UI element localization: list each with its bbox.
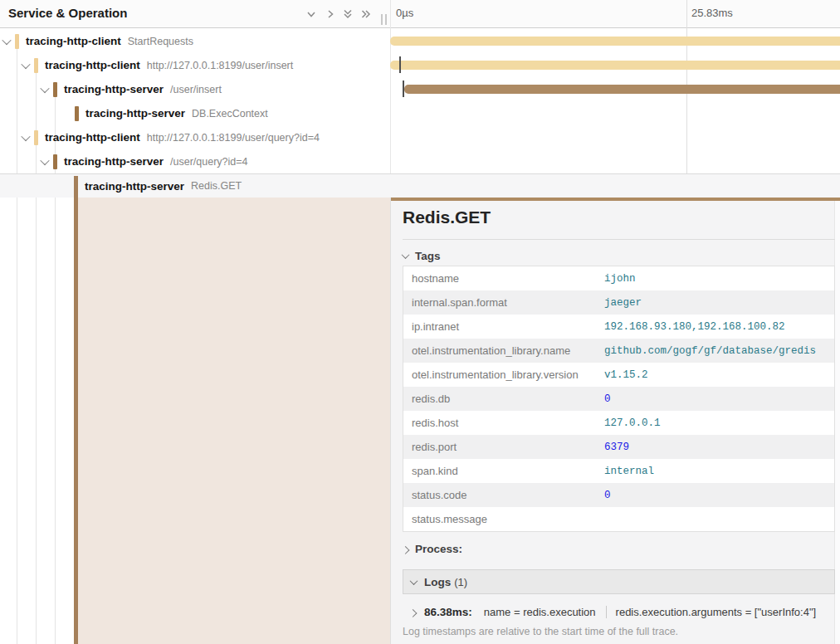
tag-key: redis.host xyxy=(403,417,604,429)
tag-value: github.com/gogf/gf/database/gredis xyxy=(604,345,816,357)
expand-one-icon[interactable] xyxy=(325,8,336,20)
scrollbar-gutter[interactable] xyxy=(834,201,840,644)
tag-row: redis.db 0 xyxy=(403,387,834,411)
span-row-redis-get-selected[interactable]: tracing-http-server Redis.GET xyxy=(0,173,840,198)
service-name: tracing-http-server xyxy=(85,107,185,120)
span-detail-title: Redis.GET xyxy=(403,207,491,227)
tag-value: internal xyxy=(604,466,654,477)
span-color-bar xyxy=(75,106,79,121)
tag-key: redis.port xyxy=(403,441,604,453)
span-row-client-query[interactable]: tracing-http-client http://127.0.0.1:819… xyxy=(0,125,840,149)
tag-key: redis.db xyxy=(403,393,604,405)
chevron-down-icon[interactable] xyxy=(22,61,29,70)
tag-row: span.kind internal xyxy=(403,459,834,483)
log-field: name = redis.execution xyxy=(484,606,596,618)
log-timestamp: 86.38ms: xyxy=(424,606,472,618)
tag-value: ijohn xyxy=(604,273,636,285)
tag-row: redis.port 6379 xyxy=(403,435,834,459)
span-tree-header: Service & Operation xyxy=(0,0,390,28)
tag-value: 127.0.0.1 xyxy=(604,417,661,429)
operation-name: http://127.0.0.1:8199/user/query?id=4 xyxy=(147,132,320,144)
log-field: redis.execution.arguments = ["userInfo:4… xyxy=(616,606,817,618)
tag-key: otel.instrumentation_library.name xyxy=(403,344,604,357)
span-row-db-execcontext[interactable]: tracing-http-server DB.ExecContext xyxy=(0,101,840,125)
expand-all-icon[interactable] xyxy=(360,8,372,20)
span-color-bar xyxy=(15,34,19,49)
ruler-tick-1: 25.83ms xyxy=(691,7,733,19)
tag-row: redis.host 127.0.0.1 xyxy=(403,411,834,435)
tag-value: v1.15.2 xyxy=(604,369,648,381)
tags-label: Tags xyxy=(415,250,441,262)
chevron-down-icon[interactable] xyxy=(42,85,48,94)
logs-footnote: Log timestamps are relative to the start… xyxy=(403,626,678,637)
service-name: tracing-http-client xyxy=(26,35,121,47)
span-color-bar xyxy=(53,154,57,169)
span-detail-panel: Redis.GET Tags hostname ijohn internal.s… xyxy=(390,198,840,644)
process-section-header[interactable]: Process: xyxy=(403,541,462,556)
service-name: tracing-http-server xyxy=(64,155,164,168)
span-accent-bar xyxy=(391,198,840,201)
collapse-all-icon[interactable] xyxy=(342,8,354,20)
service-name: tracing-http-server xyxy=(64,83,164,95)
span-color-bar xyxy=(34,130,38,145)
log-entry-row[interactable]: 86.38ms: name = redis.execution redis.ex… xyxy=(403,599,835,624)
chevron-down-icon xyxy=(410,577,418,585)
tag-value: 0 xyxy=(604,490,611,501)
tags-section-header[interactable]: Tags xyxy=(403,248,441,263)
logs-count: (1) xyxy=(454,576,467,588)
tag-key: internal.span.format xyxy=(403,296,604,309)
tag-row: internal.span.format jaeger xyxy=(403,290,834,315)
timeline-ruler: 0µs 25.83ms xyxy=(390,0,840,28)
span-row-client-insert[interactable]: tracing-http-client http://127.0.0.1:819… xyxy=(0,53,840,77)
tag-row: otel.instrumentation_library.name github… xyxy=(403,339,834,363)
child-span-tick xyxy=(403,80,404,97)
operation-name: /user/insert xyxy=(170,84,222,95)
tag-row: otel.instrumentation_library.version v1.… xyxy=(403,363,834,387)
selected-span-left-backdrop xyxy=(78,198,390,644)
service-name: tracing-http-client xyxy=(45,59,140,71)
divider xyxy=(403,239,835,240)
tag-value: 0 xyxy=(604,393,611,405)
tag-row: status.message xyxy=(403,507,834,531)
span-color-bar xyxy=(34,58,38,73)
child-span-tick xyxy=(399,56,401,73)
service-operation-title: Service & Operation xyxy=(8,6,127,20)
operation-name: StartRequests xyxy=(128,36,193,47)
service-name: tracing-http-client xyxy=(45,131,140,144)
tag-key: status.code xyxy=(403,489,604,501)
tag-row: ip.intranet 192.168.93.180,192.168.100.8… xyxy=(403,315,834,339)
chevron-down-icon[interactable] xyxy=(42,158,48,166)
tag-key: span.kind xyxy=(403,465,604,477)
tag-row: status.code 0 xyxy=(403,483,834,507)
span-bar xyxy=(404,85,840,94)
tag-row: hostname ijohn xyxy=(403,266,834,290)
tag-key: status.message xyxy=(403,513,604,525)
tag-key: hostname xyxy=(403,272,604,285)
operation-name: /user/query?id=4 xyxy=(170,156,247,168)
chevron-down-icon xyxy=(402,251,410,259)
span-row-startrequests[interactable]: tracing-http-client StartRequests xyxy=(0,29,840,53)
operation-name: http://127.0.0.1:8199/user/insert xyxy=(147,60,294,71)
tag-key: ip.intranet xyxy=(403,320,604,333)
trace-timeline-view: Service & Operation 0µs 25.83ms tracing-… xyxy=(0,0,840,644)
logs-label: Logs xyxy=(424,576,451,588)
tag-key: otel.instrumentation_library.version xyxy=(403,368,604,381)
tag-value: 6379 xyxy=(604,442,629,453)
chevron-down-icon[interactable] xyxy=(22,134,29,142)
ruler-tick-0: 0µs xyxy=(396,7,413,19)
operation-name: Redis.GET xyxy=(191,180,242,192)
collapse-one-icon[interactable] xyxy=(305,8,317,20)
column-resizer-handle[interactable] xyxy=(381,14,388,25)
log-field-separator xyxy=(606,606,607,618)
span-row-server-query[interactable]: tracing-http-server /user/query?id=4 xyxy=(0,149,840,173)
process-label: Process: xyxy=(415,543,462,555)
tag-value: 192.168.93.180,192.168.100.82 xyxy=(604,321,785,333)
chevron-down-icon[interactable] xyxy=(3,37,10,46)
service-name: tracing-http-server xyxy=(85,180,184,193)
tags-table: hostname ijohn internal.span.format jaeg… xyxy=(403,266,835,532)
span-row-server-insert[interactable]: tracing-http-server /user/insert xyxy=(0,77,840,101)
logs-section-header[interactable]: Logs (1) xyxy=(403,569,835,594)
tag-value: jaeger xyxy=(604,297,642,309)
operation-name: DB.ExecContext xyxy=(192,108,268,120)
span-bar xyxy=(390,61,840,70)
